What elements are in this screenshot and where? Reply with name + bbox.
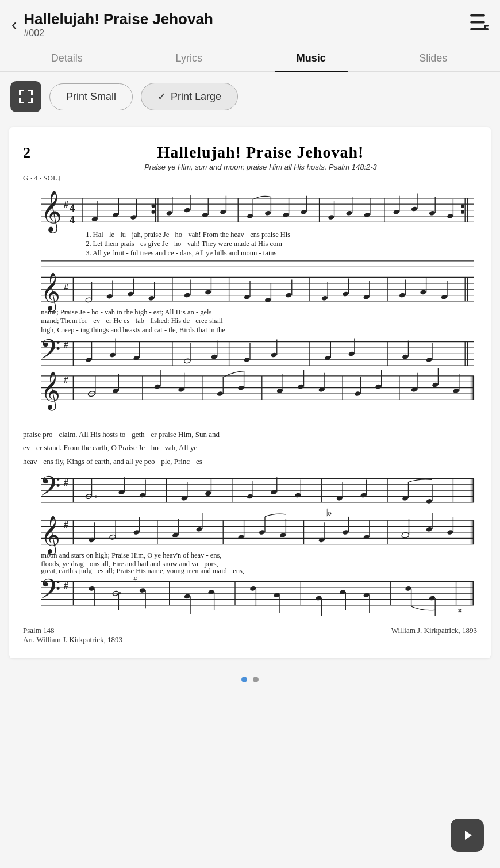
svg-text:name;  Praise  Je - ho - vah  : name; Praise Je - ho - vah in the high -… xyxy=(41,308,211,316)
svg-point-227 xyxy=(294,493,301,498)
svg-point-279 xyxy=(426,527,433,532)
svg-point-112 xyxy=(399,292,406,298)
sheet-title: Hallelujah! Praise Jehovah! xyxy=(44,143,477,162)
tab-lyrics[interactable]: Lyrics xyxy=(128,44,251,71)
svg-text:2. Let them prais - es  give  : 2. Let them prais - es give Je - ho - va… xyxy=(86,240,286,248)
svg-point-281 xyxy=(447,529,453,535)
svg-text:mand;  Them  for - ev - er  He: mand; Them for - ev - er He es - tab - l… xyxy=(41,317,223,325)
svg-point-45 xyxy=(264,210,271,216)
header: ‹ Hallelujah! Praise Jehovah #002 xyxy=(0,0,500,44)
check-icon: ✓ xyxy=(157,90,166,103)
toolbar: Print Small ✓ Print Large xyxy=(0,72,500,121)
svg-text:4: 4 xyxy=(70,202,75,214)
svg-point-169 xyxy=(112,388,119,394)
svg-rect-5 xyxy=(484,25,486,30)
arranger: Arr. William J. Kirkpatrick, 1893 xyxy=(23,635,122,644)
sheet-header: 2 Hallelujah! Praise Jehovah! Praise ye … xyxy=(23,143,477,171)
svg-point-61 xyxy=(411,206,418,212)
svg-text:3. All  ye  fruit - ful  trees: 3. All ye fruit - ful trees and ce - dar… xyxy=(86,249,276,257)
header-title-block: Hallelujah! Praise Jehovah #002 xyxy=(24,10,213,39)
svg-text:high,  Creep - ing  things and: high, Creep - ing things and beasts and … xyxy=(41,326,225,334)
svg-text:#: # xyxy=(64,519,69,530)
svg-point-54 xyxy=(346,210,353,216)
svg-point-191 xyxy=(375,383,382,389)
tab-slides[interactable]: Slides xyxy=(372,44,495,71)
lyric-verse2-row3: ev - er stand. From the earth, O Praise … xyxy=(23,441,477,454)
svg-point-90 xyxy=(148,295,155,301)
svg-text:𝄞: 𝄞 xyxy=(41,371,60,410)
svg-point-277 xyxy=(401,532,409,539)
svg-point-28 xyxy=(130,214,137,220)
svg-point-182 xyxy=(276,388,283,394)
svg-text:𝄞: 𝄞 xyxy=(41,272,60,312)
svg-point-254 xyxy=(133,529,140,535)
svg-rect-0 xyxy=(470,14,485,17)
print-small-button[interactable]: Print Small xyxy=(49,83,133,110)
svg-point-102 xyxy=(286,292,293,298)
svg-point-95 xyxy=(205,289,211,295)
svg-point-172 xyxy=(154,383,161,389)
svg-rect-9 xyxy=(31,90,33,95)
svg-point-307 xyxy=(207,589,214,595)
svg-point-310 xyxy=(249,586,256,592)
svg-point-70 xyxy=(461,210,464,214)
svg-marker-330 xyxy=(465,831,472,840)
svg-point-84 xyxy=(85,297,92,303)
svg-rect-11 xyxy=(19,98,21,103)
page-dot-1[interactable] xyxy=(241,677,247,682)
print-large-button[interactable]: ✓ Print Large xyxy=(141,83,238,110)
svg-point-232 xyxy=(360,493,367,498)
page-dot-2[interactable] xyxy=(253,677,259,682)
svg-point-153 xyxy=(402,354,409,359)
svg-point-86 xyxy=(106,293,113,299)
svg-rect-2 xyxy=(470,28,485,30)
svg-point-272 xyxy=(342,529,349,535)
svg-point-237 xyxy=(426,498,433,504)
song-number: #002 xyxy=(24,28,213,39)
svg-text:𝄞: 𝄞 xyxy=(41,516,60,555)
svg-point-26 xyxy=(112,212,119,218)
staff-system-bass-4: 𝄢 # # 𝄪 xyxy=(23,575,477,619)
svg-text:#: # xyxy=(64,374,69,385)
next-button[interactable] xyxy=(451,819,484,852)
svg-point-47 xyxy=(282,212,289,218)
svg-point-31 xyxy=(151,210,155,214)
sheet-title-block: Hallelujah! Praise Jehovah! Praise ye Hi… xyxy=(44,143,477,171)
tab-details[interactable]: Details xyxy=(6,44,128,71)
svg-point-88 xyxy=(127,291,134,297)
svg-point-107 xyxy=(342,291,349,297)
svg-text:great, earth's judg - es  all;: great, earth's judg - es all; Praise His… xyxy=(41,567,244,574)
svg-point-143 xyxy=(244,356,251,362)
svg-point-220 xyxy=(205,490,211,496)
svg-point-212 xyxy=(95,495,97,497)
svg-text:𝄢: 𝄢 xyxy=(40,335,61,371)
svg-rect-3 xyxy=(486,25,489,27)
tabs-bar: Details Lyrics Music Slides xyxy=(0,44,500,72)
svg-point-65 xyxy=(447,213,453,219)
svg-rect-1 xyxy=(470,21,485,24)
svg-point-145 xyxy=(271,352,278,358)
footer-right: William J. Kirkpatrick, 1893 xyxy=(391,626,477,644)
page-title: Hallelujah! Praise Jehovah xyxy=(24,10,213,28)
svg-point-36 xyxy=(184,208,191,213)
fullscreen-button[interactable] xyxy=(10,81,41,112)
svg-point-138 xyxy=(184,358,191,364)
staff-system-bass-3: 𝄢 # xyxy=(23,473,477,574)
svg-point-315 xyxy=(316,595,322,601)
svg-text:#: # xyxy=(64,282,69,293)
svg-point-262 xyxy=(237,534,244,540)
svg-point-30 xyxy=(151,204,155,208)
menu-button[interactable] xyxy=(470,14,489,34)
back-button[interactable]: ‹ xyxy=(11,17,17,33)
tab-music[interactable]: Music xyxy=(250,44,372,71)
pagination xyxy=(0,670,500,687)
svg-point-69 xyxy=(461,204,464,208)
staff-system-2: 𝄞 # xyxy=(23,271,477,427)
svg-point-198 xyxy=(453,388,460,394)
svg-point-324 xyxy=(429,595,436,601)
svg-point-63 xyxy=(429,210,436,216)
svg-text:#: # xyxy=(64,580,69,591)
svg-point-305 xyxy=(184,593,191,599)
svg-point-259 xyxy=(196,527,203,532)
svg-point-56 xyxy=(364,212,371,218)
